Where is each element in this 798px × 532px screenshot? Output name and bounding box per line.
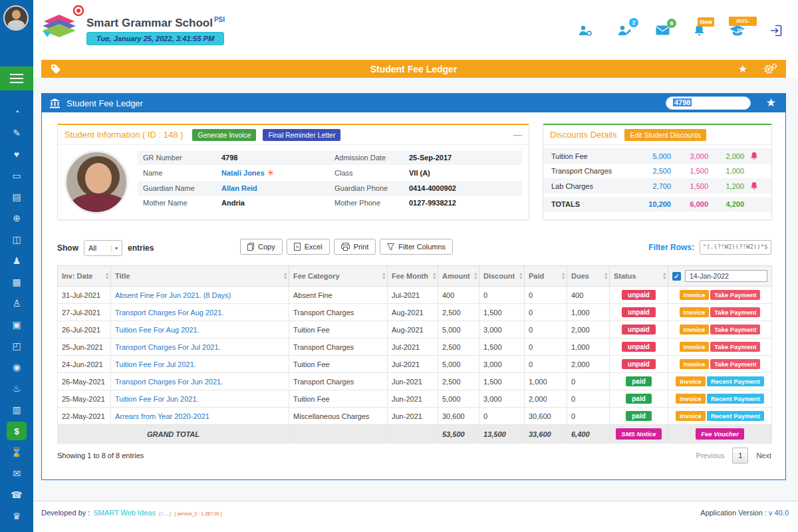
- sidebar-item-gallery[interactable]: ▣: [0, 314, 33, 335]
- inv-date: 22-May-2021: [58, 408, 111, 425]
- fee-title-link[interactable]: Transport Charges For Jul 2021.: [111, 338, 289, 356]
- column-header-paid[interactable]: Paid▴▾: [525, 266, 567, 287]
- pagination-previous[interactable]: Previous: [696, 452, 725, 460]
- discount: 3,000: [479, 321, 525, 338]
- excel-button[interactable]: Excel: [287, 239, 330, 255]
- sidebar-item-news[interactable]: ▤: [0, 186, 33, 207]
- pagination-page-1[interactable]: 1: [732, 448, 748, 464]
- sidebar-item-reports[interactable]: ◰: [0, 335, 33, 356]
- favorite-star-icon[interactable]: ★: [738, 64, 747, 74]
- sidebar-item-staff[interactable]: ♟: [0, 250, 33, 271]
- info-label: Name: [143, 169, 221, 177]
- column-header-inv-date[interactable]: Inv: Date▴▾: [58, 266, 111, 287]
- menu-toggle-icon[interactable]: [0, 66, 33, 90]
- column-header-fee-category[interactable]: Fee Category▴▾: [289, 266, 388, 287]
- invoice-button[interactable]: Invoice: [676, 411, 706, 421]
- ledger-search-input[interactable]: 4798: [666, 96, 751, 110]
- collapse-icon[interactable]: —: [513, 130, 522, 140]
- payment-date-input[interactable]: 14-Jan-2022: [685, 270, 767, 282]
- invoice-button[interactable]: Invoice: [680, 307, 710, 317]
- fee-title-link[interactable]: Tuition Fee For Aug 2021.: [111, 321, 289, 338]
- tag-icon: [51, 64, 61, 74]
- column-header-discount[interactable]: Discount▴▾: [479, 266, 525, 287]
- column-header-fee-month[interactable]: Fee Month▴▾: [388, 266, 438, 287]
- fee-title-link[interactable]: Absent Fine For Jun 2021. (8 Days): [111, 287, 289, 304]
- entries-select[interactable]: All ▾: [84, 240, 122, 256]
- filter-rows-input[interactable]: ^(.(?!W2)(?!W2))*$: [700, 240, 771, 255]
- column-header-status[interactable]: Status▴▾: [610, 266, 668, 287]
- notifications-bell-icon[interactable]: New: [694, 24, 705, 37]
- take-payment-button[interactable]: Take Payment: [710, 307, 760, 317]
- sidebar-item-messages[interactable]: ✉: [0, 463, 33, 484]
- invoice-button[interactable]: Invoice: [680, 325, 710, 334]
- final-reminder-button[interactable]: Final Reminder Letter: [263, 129, 340, 141]
- version-label: Application Version :: [700, 509, 767, 517]
- sidebar-item-lab[interactable]: ♨: [0, 378, 33, 399]
- info-label: Guardian Name: [143, 184, 221, 192]
- column-header-title[interactable]: Title▴▾: [111, 266, 289, 287]
- sidebar-item-dashboard[interactable]: ◔: [0, 101, 33, 122]
- take-payment-button[interactable]: Take Payment: [710, 359, 760, 369]
- recent-payment-button[interactable]: Recent Payment: [707, 376, 764, 386]
- sidebar-item-profile[interactable]: ◉: [0, 356, 33, 378]
- take-payment-button[interactable]: Take Payment: [710, 342, 760, 352]
- recent-payment-button[interactable]: Recent Payment: [707, 411, 764, 421]
- sidebar-item-student-edit[interactable]: ✎: [0, 122, 33, 144]
- developer-link[interactable]: SMART Web Ideas: [93, 509, 156, 517]
- invoice-button[interactable]: Invoice: [676, 376, 706, 386]
- pagination-next[interactable]: Next: [756, 452, 771, 460]
- column-header-amount[interactable]: Amount▴▾: [438, 266, 479, 287]
- filter-columns-button[interactable]: Filter Columns: [380, 239, 453, 255]
- sidebar-item-ledger[interactable]: ▥: [0, 399, 33, 420]
- logout-icon[interactable]: [770, 25, 783, 37]
- settings-gears-icon[interactable]: [763, 63, 777, 74]
- discount: 0: [479, 287, 525, 304]
- fee-voucher-button[interactable]: Fee Voucher: [696, 428, 744, 440]
- column-header-actions: ✓14-Jan-2022: [668, 266, 772, 287]
- fee-title-link[interactable]: Tuition Fee For Jul 2021.: [111, 356, 289, 373]
- info-label: Mother Name: [143, 199, 221, 207]
- fee-title-link[interactable]: Arrears from Year 2020-2021: [111, 408, 289, 425]
- info-value[interactable]: Allan Reid: [221, 184, 334, 192]
- user-edit-icon[interactable]: 2: [616, 25, 632, 37]
- sms-notice-button[interactable]: SMS Notice: [616, 428, 661, 440]
- sidebar-item-inventory[interactable]: ◫: [0, 229, 33, 250]
- sidebar-item-website[interactable]: ⊕: [0, 207, 33, 229]
- sidebar-item-fees[interactable]: $: [7, 422, 27, 440]
- info-label: Guardian Phone: [334, 184, 409, 192]
- dues: 1,000: [567, 304, 610, 321]
- generate-invoice-button[interactable]: Generate Invoice: [192, 129, 256, 141]
- panel-favorite-icon[interactable]: ★: [766, 96, 776, 110]
- take-payment-button[interactable]: Take Payment: [710, 290, 760, 300]
- sidebar-item-attendance[interactable]: ▦: [0, 271, 33, 293]
- sidebar-item-history[interactable]: ⌛: [0, 442, 33, 463]
- sidebar-item-contacts[interactable]: ☎: [0, 484, 33, 505]
- copy-button[interactable]: Copy: [240, 239, 283, 255]
- bell-icon: [744, 182, 764, 190]
- print-button[interactable]: Print: [334, 239, 376, 255]
- fee-title-link[interactable]: Transport Charges For Jun 2021.: [111, 373, 289, 390]
- sidebar-item-id-card[interactable]: ▭: [0, 165, 33, 186]
- sidebar-item-welfare[interactable]: ♥: [0, 144, 33, 165]
- session-cap-icon[interactable]: 2021-2022: [729, 25, 746, 37]
- recent-payment-button[interactable]: Recent Payment: [707, 394, 764, 404]
- invoice-button[interactable]: Invoice: [680, 290, 710, 300]
- column-header-dues[interactable]: Dues▴▾: [567, 266, 610, 287]
- school-suffix: PSI: [214, 16, 225, 23]
- user-settings-icon[interactable]: [577, 25, 593, 37]
- invoice-button[interactable]: Invoice: [676, 394, 706, 404]
- select-all-checkbox[interactable]: ✓: [672, 272, 681, 281]
- user-avatar[interactable]: [3, 5, 29, 31]
- fee-title-link[interactable]: Tuition Fee For Jun 2021.: [111, 390, 289, 408]
- fee-row: 25-May-2021Tuition Fee For Jun 2021.Tuit…: [58, 390, 772, 408]
- fee-title-link[interactable]: Transport Charges For Aug 2021.: [111, 304, 289, 321]
- invoice-button[interactable]: Invoice: [680, 359, 710, 369]
- take-payment-button[interactable]: Take Payment: [710, 325, 760, 334]
- sidebar-item-students[interactable]: ♙: [0, 293, 33, 314]
- invoice-button[interactable]: Invoice: [680, 342, 710, 352]
- inv-date: 27-Jul-2021: [58, 304, 111, 321]
- edit-discounts-button[interactable]: Edit Student Discounts: [624, 129, 706, 141]
- sidebar-item-academics[interactable]: ♛: [0, 505, 33, 527]
- messages-icon[interactable]: 6: [656, 25, 670, 35]
- info-value[interactable]: Natali Jones✳: [221, 168, 334, 178]
